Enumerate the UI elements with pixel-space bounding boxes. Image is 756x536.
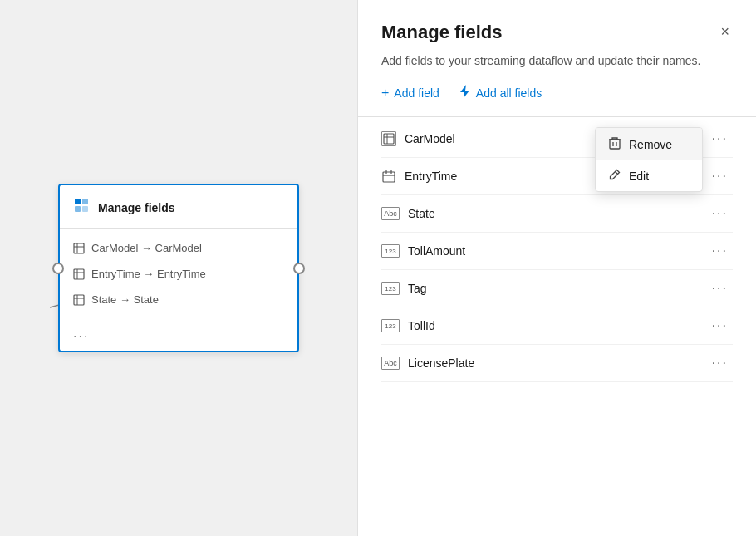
field-left: 123 Tag: [381, 282, 427, 295]
field-name-carmodel: CarModel: [405, 132, 455, 145]
field-left: 123 TollAmount: [381, 244, 465, 258]
context-menu-remove[interactable]: Remove: [596, 128, 702, 160]
svg-rect-13: [384, 134, 394, 144]
svg-rect-4: [74, 243, 84, 253]
field-name-tollamount: TollAmount: [408, 244, 465, 258]
field-left: 123 TollId: [381, 319, 435, 332]
field-name-tollid: TollId: [408, 319, 435, 332]
field-item-licenseplate: Abc LicensePlate ···: [381, 345, 733, 382]
field-item-tollid: 123 TollId ···: [381, 307, 733, 345]
field-left: EntryTime: [381, 169, 457, 184]
field-more-button-state[interactable]: ···: [707, 204, 733, 223]
field-more-button-tollamount[interactable]: ···: [707, 242, 733, 260]
add-field-button[interactable]: + Add field: [381, 86, 439, 101]
number-type-icon: 123: [381, 244, 400, 258]
node-card: Manage fields CarModel → CarModel EntryT…: [58, 184, 299, 352]
node-field-text: State → State: [91, 293, 159, 306]
table-type-icon: [381, 131, 396, 146]
canvas-area: Manage fields CarModel → CarModel EntryT…: [0, 0, 357, 536]
field-item-tag: 123 Tag ···: [381, 270, 733, 307]
svg-rect-0: [75, 199, 81, 204]
edit-label: Edit: [629, 170, 649, 183]
field-icon: [73, 243, 85, 254]
field-more-button-licenseplate[interactable]: ···: [707, 354, 733, 372]
field-item-carmodel: CarModel ··· Remove: [381, 120, 733, 158]
node-field-row: EntryTime → EntryTime: [60, 261, 297, 287]
remove-label: Remove: [629, 138, 672, 151]
svg-rect-3: [82, 206, 88, 212]
field-name-entrytime: EntryTime: [405, 170, 457, 183]
connector-right: [293, 263, 305, 274]
add-field-label: Add field: [394, 86, 439, 100]
field-icon: [73, 268, 85, 280]
panel-toolbar: + Add field Add all fields: [358, 85, 756, 116]
panel-title: Manage fields: [381, 22, 502, 43]
datetime-type-icon: [381, 169, 396, 184]
svg-rect-1: [82, 199, 88, 204]
svg-rect-21: [383, 172, 395, 182]
field-item-state: Abc State ···: [381, 195, 733, 233]
field-left: Abc State: [381, 207, 435, 220]
add-all-fields-button[interactable]: Add all fields: [459, 85, 542, 101]
close-button[interactable]: ×: [717, 20, 733, 44]
svg-rect-10: [74, 295, 84, 305]
field-name-tag: Tag: [408, 282, 427, 295]
node-header: Manage fields: [60, 185, 297, 229]
svg-line-20: [616, 172, 618, 175]
svg-rect-2: [75, 206, 81, 212]
field-more-button-tag[interactable]: ···: [707, 279, 733, 298]
field-icon: [73, 294, 85, 306]
context-menu: Remove Edit: [595, 127, 703, 192]
number-type-icon-tag: 123: [381, 282, 400, 295]
node-field-row: CarModel → CarModel: [60, 235, 297, 261]
field-more-button-carmodel[interactable]: ···: [707, 130, 733, 148]
add-all-fields-label: Add all fields: [476, 86, 542, 100]
fields-list: CarModel ··· Remove: [358, 120, 756, 536]
right-panel: Manage fields × Add fields to your strea…: [357, 0, 756, 536]
trash-icon: [609, 136, 621, 152]
svg-rect-7: [74, 269, 84, 279]
node-field-row: State → State: [60, 287, 297, 312]
context-menu-edit[interactable]: Edit: [596, 160, 702, 191]
text-type-icon-licenseplate: Abc: [381, 357, 400, 370]
edit-icon: [609, 169, 621, 183]
field-item-tollamount: 123 TollAmount ···: [381, 233, 733, 270]
node-more: ...: [60, 319, 297, 351]
node-title: Manage fields: [98, 201, 175, 214]
lightning-icon: [459, 85, 471, 101]
text-type-icon: Abc: [381, 207, 400, 220]
node-fields: CarModel → CarModel EntryTime → EntryTim…: [60, 229, 297, 319]
connector-left: [52, 263, 64, 274]
panel-description: Add fields to your streaming dataflow an…: [358, 52, 756, 85]
field-more-button-entrytime[interactable]: ···: [707, 167, 733, 185]
number-type-icon-tollid: 123: [381, 319, 400, 332]
node-icon: [73, 197, 90, 218]
field-name-licenseplate: LicensePlate: [408, 357, 474, 370]
field-left: CarModel: [381, 131, 455, 146]
add-icon: +: [381, 86, 389, 101]
node-field-text: EntryTime → EntryTime: [91, 268, 206, 280]
panel-divider: [358, 116, 756, 117]
field-name-state: State: [408, 207, 435, 220]
node-field-text: CarModel → CarModel: [91, 242, 202, 254]
field-left: Abc LicensePlate: [381, 357, 474, 370]
panel-header: Manage fields ×: [358, 0, 756, 52]
svg-rect-16: [610, 140, 620, 149]
field-more-button-tollid[interactable]: ···: [707, 317, 733, 335]
